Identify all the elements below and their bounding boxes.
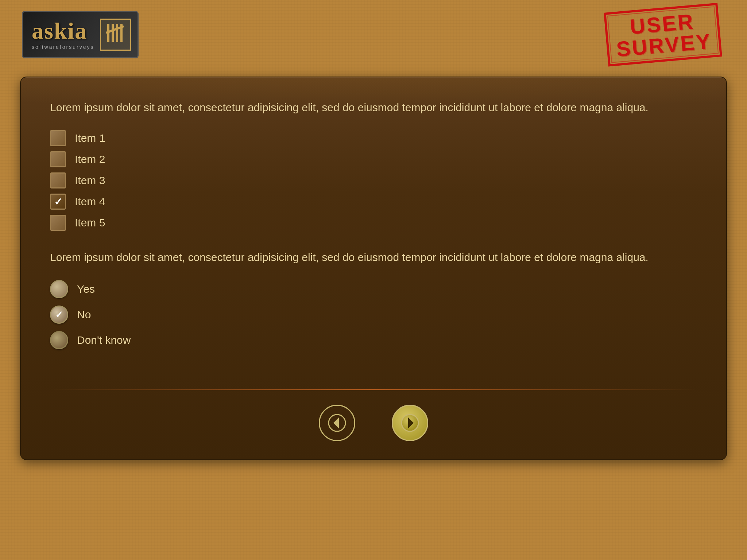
radio-item-dontknow[interactable]: Don't know xyxy=(50,331,697,349)
checkbox-item-1[interactable]: Item 1 xyxy=(50,130,697,146)
header: askia softwareforsurveys USER SURVEY xyxy=(0,0,747,58)
checkbox-group: Item 1 Item 2 Item 3 Item 4 Item 5 xyxy=(50,130,697,231)
stamp-line1: USER xyxy=(614,9,711,39)
checkbox-item-4[interactable]: Item 4 xyxy=(50,194,697,210)
checkbox-label-2: Item 2 xyxy=(75,153,105,166)
nav-buttons xyxy=(21,405,726,448)
logo-tagline: softwareforsurveys xyxy=(32,44,94,50)
radio-label-yes: Yes xyxy=(77,283,95,295)
question2-text: Lorem ipsum dolor sit amet, consectetur … xyxy=(50,249,697,265)
checkbox-1[interactable] xyxy=(50,130,66,146)
askia-logo: askia softwareforsurveys xyxy=(22,11,139,58)
logo-brand: askia xyxy=(32,19,94,43)
checkbox-5[interactable] xyxy=(50,215,66,231)
radio-no[interactable] xyxy=(50,306,68,324)
checkbox-item-5[interactable]: Item 5 xyxy=(50,215,697,231)
panel-content: Lorem ipsum dolor sit amet, consectetur … xyxy=(21,77,726,382)
checkbox-label-1: Item 1 xyxy=(75,132,105,144)
radio-yes[interactable] xyxy=(50,280,68,298)
question1-text: Lorem ipsum dolor sit amet, consectetur … xyxy=(50,99,697,116)
radio-label-dontknow: Don't know xyxy=(77,334,131,346)
radio-group: Yes No Don't know xyxy=(50,280,697,349)
checkbox-item-2[interactable]: Item 2 xyxy=(50,151,697,167)
back-button[interactable] xyxy=(319,405,355,441)
survey-stamp: USER SURVEY xyxy=(601,11,725,58)
checkbox-item-3[interactable]: Item 3 xyxy=(50,172,697,188)
logo-tally xyxy=(100,19,131,51)
checkbox-4[interactable] xyxy=(50,194,66,210)
main-panel: Lorem ipsum dolor sit amet, consectetur … xyxy=(20,77,727,460)
separator-line xyxy=(50,389,697,390)
back-arrow-icon xyxy=(328,414,346,432)
radio-label-no: No xyxy=(77,308,91,321)
stamp-line2: SURVEY xyxy=(616,31,713,60)
svg-marker-6 xyxy=(333,417,339,428)
checkbox-2[interactable] xyxy=(50,151,66,167)
checkbox-label-3: Item 3 xyxy=(75,174,105,187)
radio-item-no[interactable]: No xyxy=(50,306,697,324)
next-arrow-icon xyxy=(401,414,419,432)
checkbox-label-5: Item 5 xyxy=(75,217,105,229)
stamp-border: USER SURVEY xyxy=(604,3,722,67)
radio-item-yes[interactable]: Yes xyxy=(50,280,697,298)
radio-dontknow[interactable] xyxy=(50,331,68,349)
checkbox-3[interactable] xyxy=(50,172,66,188)
tally-icon xyxy=(105,22,127,44)
checkbox-label-4: Item 4 xyxy=(75,195,105,208)
logo-text: askia softwareforsurveys xyxy=(32,19,94,50)
next-button[interactable] xyxy=(392,405,428,441)
